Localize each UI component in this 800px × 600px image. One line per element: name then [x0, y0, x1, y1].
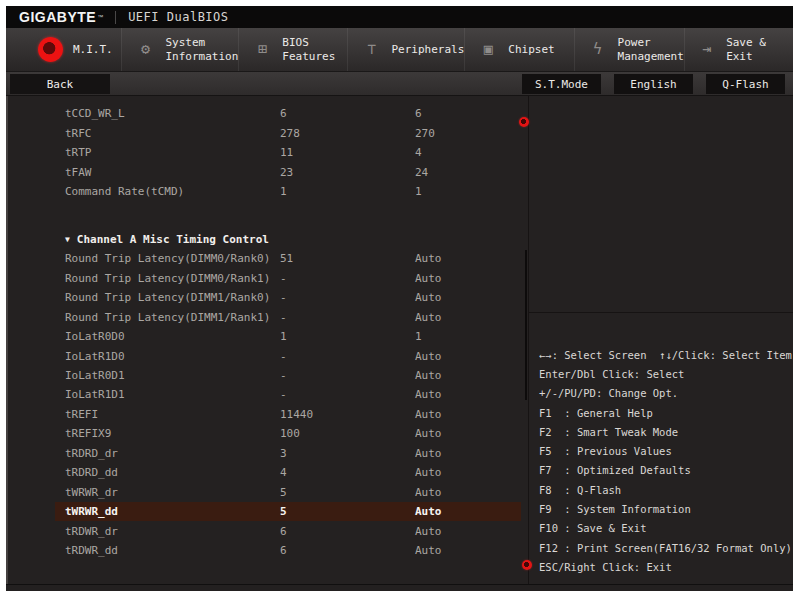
setting-value: 100 — [280, 427, 415, 440]
section-title: Channel A Misc Timing Control — [77, 233, 269, 246]
setting-label: tRDWR_dr — [55, 525, 280, 538]
section-header-channel-a-misc-timing[interactable]: ▼Channel A Misc Timing Control — [55, 229, 521, 249]
setting-value-2: Auto — [415, 447, 521, 460]
setting-value: 1 — [280, 330, 415, 343]
help-line-1: ←→: Select Screen ↑↓/Click: Select Item — [539, 345, 791, 364]
firmware-title: UEFI DualBIOS — [128, 10, 228, 24]
tab-label: Save & Exit — [726, 36, 793, 62]
setting-row-tfaw[interactable]: tFAW2324 — [55, 162, 521, 181]
back-button[interactable]: Back — [10, 74, 110, 94]
setting-row-trdwr-dd[interactable]: tRDWR_dd6Auto — [55, 541, 521, 560]
setting-value: 5 — [280, 486, 415, 499]
tab-label: Peripherals — [391, 43, 464, 56]
setting-row-trdwr-dr[interactable]: tRDWR_dr6Auto — [55, 521, 521, 540]
help-line-6: F5 : Previous Values — [539, 441, 791, 460]
scrollbar-thumb[interactable] — [525, 250, 527, 400]
settings-list: tCCD_WR_L66tRFC278270tRTP114tFAW2324Comm… — [55, 104, 521, 560]
setting-value-2: Auto — [415, 466, 521, 479]
setting-row-round-trip-latency-dimm0-rank1-[interactable]: Round Trip Latency(DIMM0/Rank1)-Auto — [55, 269, 521, 288]
help-line-12: ESC/Right Click: Exit — [539, 557, 791, 576]
setting-row-twrwr-dr[interactable]: tWRWR_dr5Auto — [55, 482, 521, 501]
setting-value: 1 — [280, 185, 415, 198]
setting-label: Round Trip Latency(DIMM1/Rank1) — [55, 311, 280, 324]
setting-row-twrwr-dd[interactable]: tWRWR_dd5Auto — [55, 502, 521, 521]
collapse-triangle-icon: ▼ — [65, 235, 70, 244]
setting-value-2: Auto — [415, 544, 521, 557]
setting-label: Round Trip Latency(DIMM0/Rank1) — [55, 272, 280, 285]
setting-value-2: 6 — [415, 107, 521, 120]
setting-label: tRTP — [55, 146, 280, 159]
red-marker-dot-bottom — [522, 560, 532, 570]
setting-row-round-trip-latency-dimm1-rank0-[interactable]: Round Trip Latency(DIMM1/Rank0)-Auto — [55, 288, 521, 307]
setting-value: - — [280, 291, 415, 304]
setting-value: - — [280, 311, 415, 324]
setting-value-2: Auto — [415, 272, 521, 285]
setting-row-iolatr0d0[interactable]: IoLatR0D011 — [55, 327, 521, 346]
setting-label: tRFC — [55, 127, 280, 140]
setting-row-tccd-wr-l[interactable]: tCCD_WR_L66 — [55, 104, 521, 123]
red-marker-dot-top — [519, 117, 529, 127]
setting-label: tRDWR_dd — [55, 544, 280, 557]
setting-value: 11440 — [280, 408, 415, 421]
tab-power-management[interactable]: ϟPowerManagement — [574, 28, 684, 71]
gigabyte-trademark: ™ — [97, 14, 103, 20]
tab-system-information[interactable]: ⚙SystemInformation — [121, 28, 238, 71]
setting-value-2: Auto — [415, 369, 521, 382]
setting-value: 6 — [280, 107, 415, 120]
setting-value-2: 4 — [415, 146, 521, 159]
setting-row-trefi[interactable]: tREFI11440Auto — [55, 405, 521, 424]
help-line-7: F7 : Optimized Defaults — [539, 461, 791, 480]
toolbar: Back S.T.ModeEnglishQ-Flash — [6, 72, 793, 96]
setting-value-2: Auto — [415, 408, 521, 421]
setting-label: tREFIX9 — [55, 427, 280, 440]
topbar-divider — [115, 11, 116, 24]
tab-label: SystemInformation — [165, 36, 238, 62]
content-area: tCCD_WR_L66tRFC278270tRTP114tFAW2324Comm… — [6, 96, 793, 584]
setting-label: tCCD_WR_L — [55, 107, 280, 120]
setting-row-iolatr0d1[interactable]: IoLatR0D1-Auto — [55, 366, 521, 385]
tab-save-exit[interactable]: ⇥Save & Exit — [684, 28, 793, 71]
setting-row-round-trip-latency-dimm0-rank0-[interactable]: Round Trip Latency(DIMM0/Rank0)51Auto — [55, 249, 521, 268]
setting-value: 4 — [280, 466, 415, 479]
setting-label: tWRWR_dr — [55, 486, 280, 499]
key-legend: ←→: Select Screen ↑↓/Click: Select ItemE… — [539, 345, 791, 577]
help-line-4: F1 : General Help — [539, 403, 791, 422]
bios-folder-plus-icon: ⊞ — [252, 42, 272, 57]
tab-bios-features[interactable]: ⊞BIOSFeatures — [238, 28, 347, 71]
setting-label: Round Trip Latency(DIMM0/Rank0) — [55, 252, 280, 265]
save-exit-arrow-icon: ⇥ — [698, 42, 716, 57]
setting-row-command-rate-tcmd-[interactable]: Command Rate(tCMD)11 — [55, 182, 521, 201]
setting-row-trdrd-dd[interactable]: tRDRD_dd4Auto — [55, 463, 521, 482]
setting-value: 6 — [280, 525, 415, 538]
setting-row-trtp[interactable]: tRTP114 — [55, 143, 521, 162]
setting-label: IoLatR1D0 — [55, 350, 280, 363]
setting-value: - — [280, 369, 415, 382]
st-mode-button[interactable]: S.T.Mode — [522, 74, 601, 94]
chipset-square-icon: ▣ — [478, 42, 498, 57]
help-line-2: Enter/Dbl Click: Select — [539, 364, 791, 383]
setting-value: 23 — [280, 166, 415, 179]
list-spacer — [55, 201, 521, 229]
setting-row-trefix9[interactable]: tREFIX9100Auto — [55, 424, 521, 443]
help-panel: ←→: Select Screen ↑↓/Click: Select ItemE… — [528, 96, 793, 584]
tab-chipset[interactable]: ▣Chipset — [464, 28, 573, 71]
setting-value-2: 1 — [415, 330, 521, 343]
bios-screen: GIGABYTE ™ UEFI DualBIOS M.I.T.⚙SystemIn… — [6, 6, 793, 591]
setting-row-trdrd-dr[interactable]: tRDRD_dr3Auto — [55, 444, 521, 463]
tab-peripherals[interactable]: ⊤Peripherals — [347, 28, 464, 71]
gigabyte-logo: GIGABYTE — [19, 9, 96, 25]
help-line-8: F8 : Q-Flash — [539, 480, 791, 499]
setting-row-round-trip-latency-dimm1-rank1-[interactable]: Round Trip Latency(DIMM1/Rank1)-Auto — [55, 308, 521, 327]
setting-row-iolatr1d1[interactable]: IoLatR1D1-Auto — [55, 385, 521, 404]
setting-value: - — [280, 388, 415, 401]
language-button[interactable]: English — [614, 74, 693, 94]
mit-red-marker-icon — [38, 37, 63, 62]
setting-value: 11 — [280, 146, 415, 159]
setting-label: tWRWR_dd — [55, 505, 280, 518]
setting-value: 6 — [280, 544, 415, 557]
tab-mit[interactable]: M.I.T. — [6, 28, 121, 71]
setting-row-iolatr1d0[interactable]: IoLatR1D0-Auto — [55, 346, 521, 365]
q-flash-button[interactable]: Q-Flash — [706, 74, 785, 94]
setting-value-2: 24 — [415, 166, 521, 179]
setting-row-trfc[interactable]: tRFC278270 — [55, 123, 521, 142]
